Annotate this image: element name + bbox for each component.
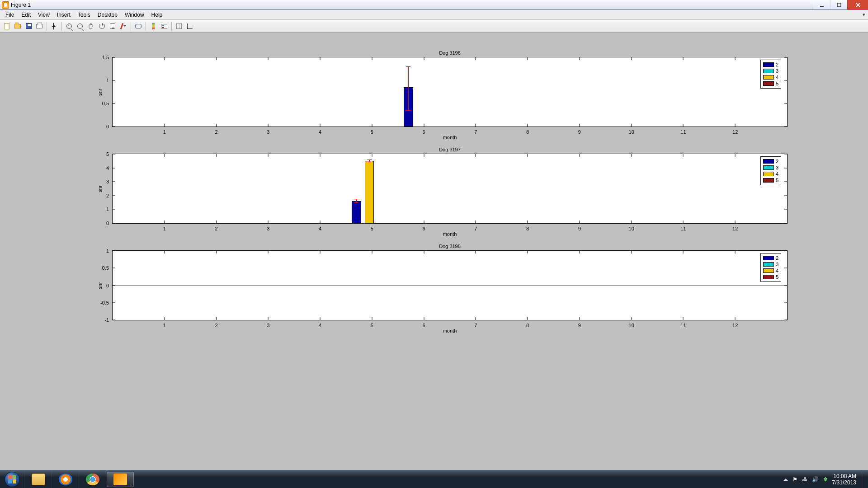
tray-show-hidden-icon[interactable]	[783, 476, 788, 481]
y-tick-label: 1.5	[95, 55, 109, 60]
x-tick-label: 1	[163, 323, 166, 328]
matlab-icon	[113, 474, 127, 485]
legend-entry[interactable]: 3	[763, 164, 778, 171]
subplot-dog-3196[interactable]: Dog 3196 snr month 00.511.51234567891011…	[112, 57, 788, 127]
legend-swatch-icon	[763, 69, 774, 73]
menu-insert[interactable]: Insert	[53, 11, 74, 19]
legend-entry[interactable]: 4	[763, 171, 778, 177]
menu-help[interactable]: Help	[148, 11, 166, 19]
y-tick-label: 0	[95, 221, 109, 226]
toolbar-brush-button[interactable]	[118, 21, 128, 31]
legend-entry[interactable]: 3	[763, 261, 778, 267]
legend-label: 5	[776, 177, 778, 183]
legend-swatch-icon	[763, 62, 774, 67]
windows-logo-icon	[5, 472, 20, 487]
taskbar-item-chrome[interactable]	[79, 470, 106, 488]
show-desktop-button[interactable]	[861, 470, 865, 488]
menu-tools[interactable]: Tools	[74, 11, 94, 19]
legend-entry[interactable]: 4	[763, 267, 778, 274]
file-explorer-icon	[32, 474, 45, 485]
legend-entry[interactable]: 5	[763, 274, 778, 280]
menubar: File Edit View Insert Tools Desktop Wind…	[0, 10, 868, 20]
tray-network-icon[interactable]: 🖧	[802, 476, 807, 483]
menu-window[interactable]: Window	[121, 11, 148, 19]
menu-edit[interactable]: Edit	[18, 11, 34, 19]
y-tick-label: 2	[95, 193, 109, 198]
legend-entry[interactable]: 2	[763, 158, 778, 164]
window-close-button[interactable]	[847, 0, 868, 9]
toolbar-rotate-button[interactable]	[97, 21, 107, 31]
menu-view[interactable]: View	[34, 11, 53, 19]
toolbar-datatip-button[interactable]	[108, 21, 118, 31]
subplot-dog-3198[interactable]: Dog 3198 snr month -1-0.500.511234567891…	[112, 250, 788, 320]
legend-swatch-icon	[763, 75, 774, 80]
toolbar-zoom-out-button[interactable]	[75, 21, 85, 31]
chart-legend[interactable]: 2345	[760, 60, 781, 89]
toolbar-print-button[interactable]	[34, 21, 44, 31]
x-tick-label: 9	[578, 323, 581, 328]
window-title: Figure 1	[11, 2, 31, 8]
x-tick-label: 3	[267, 226, 269, 231]
legend-entry[interactable]: 2	[763, 61, 778, 68]
chart-legend[interactable]: 2345	[760, 253, 781, 282]
toolbar-legend-button[interactable]	[159, 21, 169, 31]
y-tick-label: 0.5	[95, 265, 109, 271]
toolbar-save-button[interactable]	[24, 21, 33, 31]
toolbar-hide-tools-button[interactable]	[174, 21, 184, 31]
toolbar-open-button[interactable]	[13, 21, 23, 31]
y-tick-label: 1	[95, 78, 109, 83]
colorbar-icon	[152, 23, 155, 29]
legend-entry[interactable]: 4	[763, 74, 778, 80]
menu-desktop[interactable]: Desktop	[94, 11, 121, 19]
x-tick-label: 3	[267, 129, 269, 135]
grid-icon	[176, 23, 182, 29]
chart-legend[interactable]: 2345	[760, 156, 781, 185]
tray-date: 7/31/2013	[832, 479, 856, 486]
taskbar-item-matlab[interactable]	[107, 472, 134, 487]
legend-swatch-icon	[763, 81, 774, 86]
start-button[interactable]	[0, 470, 24, 488]
menu-file[interactable]: File	[2, 11, 18, 19]
window-titlebar: Figure 1	[0, 0, 868, 10]
bar-series-4[interactable]	[365, 161, 374, 223]
legend-entry[interactable]: 5	[763, 80, 778, 87]
zoom-in-icon	[66, 23, 72, 29]
dock-caret-icon[interactable]: ▾	[863, 12, 868, 18]
toolbar-link-button[interactable]	[133, 21, 143, 31]
toolbar-zoom-in-button[interactable]	[64, 21, 74, 31]
toolbar-edit-plot-button[interactable]	[49, 21, 59, 31]
toolbar-show-tools-button[interactable]	[185, 21, 195, 31]
legend-label: 4	[776, 267, 778, 274]
legend-entry[interactable]: 2	[763, 255, 778, 261]
taskbar-item-explorer[interactable]	[24, 470, 52, 488]
legend-entry[interactable]: 5	[763, 177, 778, 183]
x-tick-label: 12	[732, 323, 738, 328]
legend-label: 3	[776, 68, 778, 74]
tray-flag-icon[interactable]: ⚑	[793, 476, 797, 483]
legend-swatch-icon	[763, 256, 774, 260]
figure-toolbar	[0, 20, 868, 33]
toolbar-new-button[interactable]	[2, 21, 12, 31]
taskbar-item-media-player[interactable]	[52, 470, 79, 488]
window-minimize-button[interactable]	[813, 0, 830, 9]
window-maximize-button[interactable]	[830, 0, 847, 9]
x-tick-label: 10	[629, 129, 634, 135]
zoom-out-icon	[77, 23, 83, 29]
y-tick-label: -0.5	[95, 300, 109, 305]
x-tick-label: 11	[680, 129, 686, 135]
x-tick-label: 6	[423, 323, 425, 328]
x-tick-label: 5	[371, 129, 373, 135]
toolbar-pan-button[interactable]	[86, 21, 96, 31]
subplot-dog-3197[interactable]: Dog 3197 snr month 012345123456789101112	[112, 154, 788, 224]
x-tick-label: 6	[423, 226, 425, 231]
svg-rect-1	[837, 3, 841, 7]
tray-app-icon[interactable]: ✽	[823, 476, 828, 483]
svg-rect-0	[820, 6, 824, 7]
tray-clock[interactable]: 10:08 AM 7/31/2013	[832, 473, 856, 486]
x-tick-label: 11	[680, 323, 686, 328]
tray-volume-icon[interactable]: 🔊	[812, 476, 819, 483]
toolbar-colorbar-button[interactable]	[148, 21, 158, 31]
bar-series-2[interactable]	[352, 201, 361, 223]
x-tick-label: 4	[319, 129, 321, 135]
legend-entry[interactable]: 3	[763, 68, 778, 74]
